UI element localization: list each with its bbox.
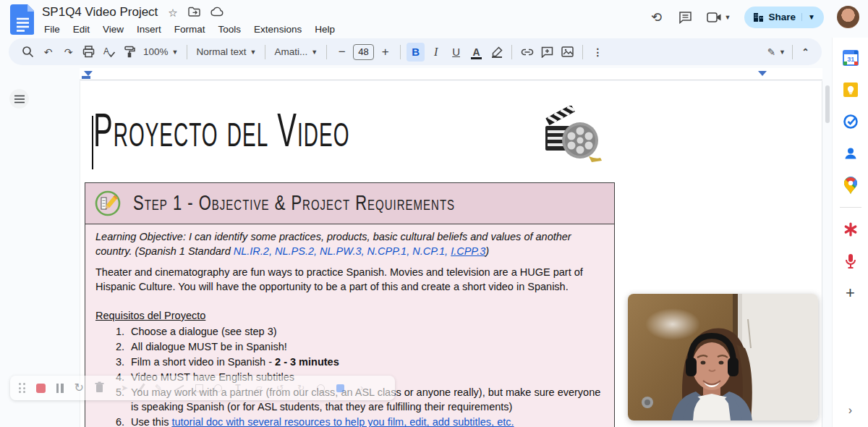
font-size-input[interactable]: 48 — [353, 44, 374, 60]
right-indent-marker[interactable] — [758, 71, 767, 76]
line-tool-icon[interactable] — [174, 385, 184, 392]
svg-text:A: A — [103, 46, 109, 56]
standard-link[interactable]: N.CP.1, — [412, 245, 451, 257]
menu-view[interactable]: View — [96, 22, 130, 36]
standard-link[interactable]: NL.PS.2, — [275, 245, 320, 257]
google-contacts-icon[interactable] — [841, 144, 860, 163]
undo-annotation-icon[interactable]: ↺ — [275, 383, 285, 393]
paragraph-style-select[interactable]: Normal text▼ — [193, 46, 259, 57]
google-tasks-icon[interactable] — [841, 112, 860, 131]
insert-link-icon[interactable] — [518, 43, 536, 62]
ellipse-tool-icon[interactable] — [214, 384, 222, 392]
standard-link[interactable]: NL.PW.3, — [320, 245, 367, 257]
meet-camera-icon[interactable]: ▼ — [707, 9, 731, 25]
editing-mode-select[interactable]: ✎▼ — [765, 46, 788, 58]
hide-side-panel-icon[interactable]: › — [833, 404, 868, 417]
step1-header: Step 1 - Objective & Project Requirement… — [85, 183, 614, 224]
rectangle-tool-icon[interactable] — [195, 384, 203, 392]
google-keep-icon[interactable] — [841, 80, 860, 99]
search-menus-icon[interactable] — [19, 43, 37, 62]
menu-edit[interactable]: Edit — [67, 22, 96, 36]
menu-extensions[interactable]: Extensions — [247, 22, 308, 36]
standard-link[interactable]: I.CPP.3 — [451, 245, 485, 257]
tools-chevron-icon[interactable]: › — [357, 383, 367, 393]
cursor-tool-icon[interactable]: ➤ — [119, 383, 129, 393]
print-icon[interactable] — [80, 43, 98, 62]
document-scrollbar[interactable] — [825, 85, 830, 123]
document-heading[interactable]: Proyecto del Video — [93, 104, 349, 157]
text-tool-icon[interactable]: T — [233, 383, 243, 393]
menu-tools[interactable]: Tools — [212, 22, 248, 36]
underline-button[interactable]: U — [447, 43, 465, 62]
more-toolbar-options-icon[interactable]: ⋮ — [589, 43, 607, 62]
menu-format[interactable]: Format — [168, 22, 212, 36]
drag-handle-icon[interactable] — [19, 383, 25, 393]
share-button[interactable]: Share ▼ — [744, 7, 824, 28]
menu-help[interactable]: Help — [308, 22, 341, 36]
formatting-toolbar: ↶ ↷ A 100%▼ Normal text▼ Amati...▼ − 48 … — [9, 38, 822, 65]
movie-reel-image[interactable] — [538, 106, 603, 168]
insert-image-icon[interactable] — [558, 43, 576, 62]
menu-insert[interactable]: Insert — [130, 22, 168, 36]
font-select[interactable]: Amati...▼ — [271, 46, 320, 57]
collapse-toolbar-icon[interactable]: ⌃ — [796, 43, 814, 62]
standard-link[interactable]: NL.IR.2, — [234, 245, 275, 257]
google-maps-icon[interactable] — [841, 176, 860, 195]
intro-paragraph: Theater and cinematography are fun ways … — [95, 266, 604, 294]
restart-recording-icon[interactable]: ↻ — [75, 382, 84, 394]
standard-link[interactable]: N.CPP.1, — [367, 245, 413, 257]
menu-bar: File Edit View Insert Format Tools Exten… — [38, 22, 341, 36]
annotation-tools[interactable]: ➤ ✎ T ▱ ↺ ↻ › — [119, 383, 367, 393]
get-addons-icon[interactable]: + — [841, 284, 860, 303]
google-docs-logo[interactable] — [10, 4, 34, 35]
account-avatar[interactable] — [837, 6, 859, 28]
list-item: 2. All dialogue MUST be in Spanish! — [95, 340, 604, 355]
add-comment-icon[interactable] — [538, 43, 556, 62]
increase-font-size-button[interactable]: + — [376, 43, 394, 62]
mote-microphone-icon[interactable] — [841, 252, 860, 271]
share-dropdown-caret[interactable]: ▼ — [801, 13, 821, 21]
panel-divider — [840, 207, 861, 208]
requirements-title: Requisitos del Proyecto — [95, 309, 604, 324]
paint-format-icon[interactable] — [120, 43, 138, 62]
eraser-tool-icon[interactable]: ▱ — [254, 383, 264, 393]
star-icon[interactable]: ☆ — [168, 7, 177, 18]
highlighter-tool-icon[interactable]: ✎ — [153, 383, 163, 393]
text-color-button[interactable]: A — [467, 43, 485, 62]
webcam-overlay[interactable] — [628, 294, 818, 420]
addon-asterisk-icon[interactable] — [841, 220, 860, 239]
color-swatch-icon[interactable] — [336, 383, 346, 393]
version-history-icon[interactable]: ⟲ — [649, 9, 665, 25]
delete-recording-icon[interactable] — [95, 381, 104, 395]
recording-control-bar[interactable]: ↻ ➤ ✎ T ▱ ↺ ↻ › — [10, 376, 395, 400]
pen-tool-icon[interactable] — [137, 383, 145, 392]
cloud-status-icon[interactable] — [210, 7, 224, 18]
redo-annotation-icon[interactable]: ↻ — [296, 383, 306, 393]
highlight-color-icon[interactable] — [488, 43, 506, 62]
left-indent-marker[interactable] — [84, 71, 93, 76]
bold-button[interactable]: B — [407, 43, 425, 62]
menu-file[interactable]: File — [38, 22, 67, 36]
pencil-icon: ✎ — [767, 46, 775, 58]
google-calendar-icon[interactable]: 31 — [841, 48, 860, 67]
zoom-select[interactable]: 100%▼ — [140, 46, 181, 57]
decrease-font-size-button[interactable]: − — [333, 43, 351, 62]
pencil-checklist-icon — [94, 190, 122, 217]
document-title[interactable]: SP1Q4 Video Project — [42, 5, 158, 20]
undo-icon[interactable]: ↶ — [39, 43, 57, 62]
stop-recording-button[interactable] — [36, 384, 46, 393]
horizontal-ruler[interactable] — [80, 68, 822, 80]
comments-icon[interactable] — [678, 9, 694, 25]
share-button-label: Share — [769, 12, 796, 22]
redo-icon[interactable]: ↷ — [59, 43, 77, 62]
pause-recording-button[interactable] — [56, 384, 64, 393]
spell-check-icon[interactable]: A — [100, 43, 118, 62]
italic-button[interactable]: I — [427, 43, 445, 62]
move-folder-icon[interactable] — [188, 7, 200, 18]
svg-text:31: 31 — [847, 56, 854, 63]
tutorial-doc-link[interactable]: tutorial doc with several resources to h… — [171, 416, 514, 427]
spotlight-tool-icon[interactable] — [317, 384, 325, 392]
show-outline-button[interactable] — [9, 89, 29, 109]
list-item: 6. Use this tutorial doc with several re… — [95, 415, 604, 427]
left-margin-marker[interactable] — [82, 76, 90, 79]
